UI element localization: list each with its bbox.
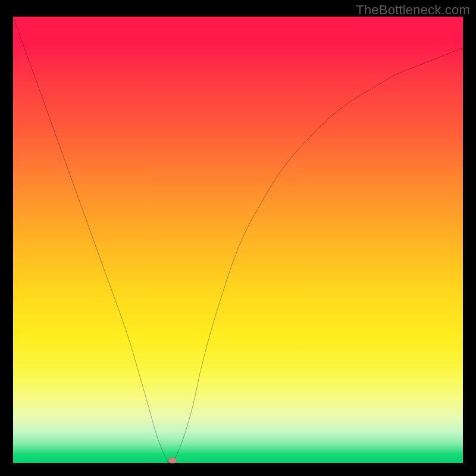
watermark-label: TheBottleneck.com <box>356 2 470 18</box>
curve-path <box>13 17 463 463</box>
bottleneck-curve <box>13 17 463 463</box>
chart-frame: TheBottleneck.com <box>0 0 476 476</box>
plot-area <box>13 17 463 463</box>
min-marker-icon <box>168 458 177 463</box>
